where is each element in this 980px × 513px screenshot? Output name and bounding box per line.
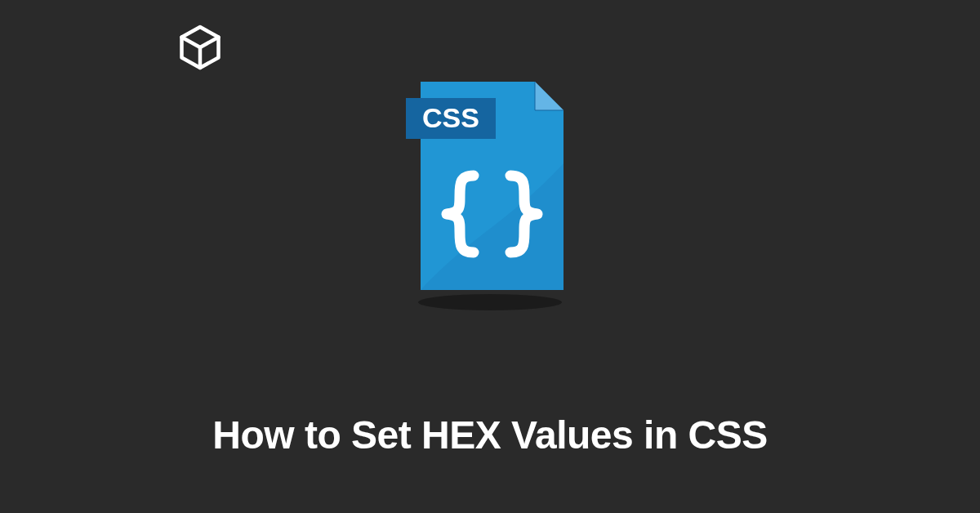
cube-logo-icon xyxy=(176,23,225,75)
page-title: How to Set HEX Values in CSS xyxy=(0,413,980,457)
css-file-icon: CSS xyxy=(396,74,584,314)
svg-point-0 xyxy=(418,294,562,310)
file-badge-label: CSS xyxy=(422,102,479,133)
